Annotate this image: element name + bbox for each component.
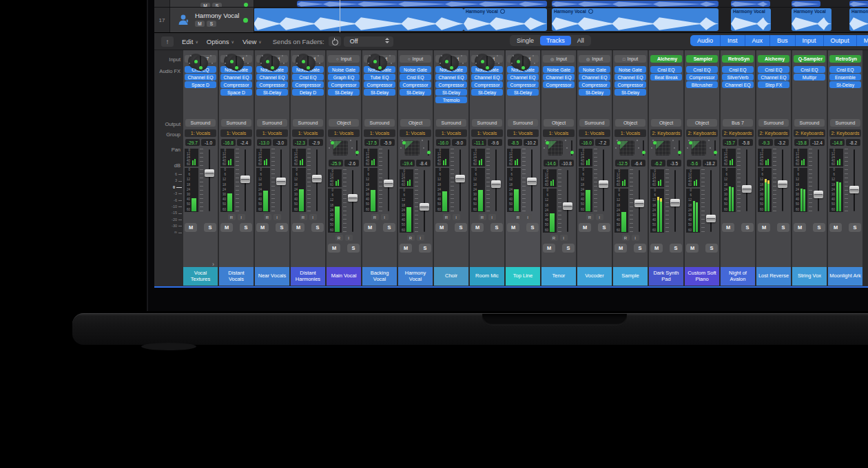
fader-db-value[interactable]: -2.9	[309, 139, 323, 146]
view-menu[interactable]: View∨	[242, 38, 262, 45]
fx-plugin-button[interactable]: Compressor	[220, 81, 252, 88]
input-slot-button[interactable]: ◎ Input	[543, 55, 575, 63]
peak-db-value[interactable]: -25.9	[329, 160, 343, 167]
group-button[interactable]: 1: Vocals	[471, 129, 503, 137]
fx-plugin-button[interactable]: Cnsl EQ	[686, 66, 718, 73]
pan-mini-slider[interactable]	[236, 56, 237, 71]
pan-mini-slider[interactable]	[356, 140, 358, 156]
strip-name[interactable]: Lost Reverse	[756, 267, 791, 286]
fx-plugin-button[interactable]: SilverVerb	[722, 74, 754, 81]
mute-button[interactable]: M	[364, 223, 376, 232]
fader-db-value[interactable]: -5.8	[738, 139, 753, 146]
solo-button[interactable]: S	[670, 244, 682, 253]
record-enable-button[interactable]: R	[550, 235, 558, 241]
fx-plugin-button[interactable]: St-Delay	[507, 89, 539, 96]
input-monitor-button[interactable]: I	[273, 214, 281, 220]
volume-fader[interactable]	[599, 149, 608, 212]
audio-region[interactable]: Harmony Vocal	[552, 8, 719, 31]
fader-cap[interactable]	[634, 200, 644, 207]
audio-region[interactable]	[731, 1, 770, 7]
mode-all[interactable]: All	[571, 36, 590, 45]
strip-name[interactable]: Main Vocal	[327, 267, 361, 286]
output-button[interactable]: Surround	[579, 119, 610, 127]
mode-tracks[interactable]: Tracks	[540, 36, 571, 45]
audio-region[interactable]	[792, 1, 820, 7]
fx-plugin-button[interactable]: Compressor	[364, 81, 395, 88]
input-slot-button[interactable]: RetroSyn	[722, 55, 754, 63]
fx-plugin-button[interactable]: Noise Gate	[328, 66, 360, 73]
peak-db-value[interactable]: -16.8	[221, 139, 236, 146]
mode-single[interactable]: Single	[510, 36, 540, 45]
peak-db-value[interactable]: -12.3	[293, 139, 307, 146]
group-button[interactable]: 2: Keyboards	[650, 129, 682, 137]
fx-plugin-button[interactable]: Noise Gate	[400, 66, 431, 73]
group-button[interactable]: 1: Vocals	[579, 129, 610, 137]
pan-mini-slider[interactable]	[643, 140, 644, 156]
group-button[interactable]: 2: Keyboards	[794, 129, 825, 137]
fx-plugin-button[interactable]: Channel EQ	[507, 74, 539, 81]
solo-button[interactable]: S	[777, 223, 789, 232]
filter-master-vca[interactable]: Master/VCA	[857, 35, 868, 46]
fx-plugin-button[interactable]: Compressor	[292, 81, 324, 88]
pan-mini-slider[interactable]	[714, 140, 716, 156]
fader-cap[interactable]	[527, 178, 537, 185]
playhead[interactable]	[340, 0, 340, 32]
peak-db-value[interactable]: -15.7	[723, 139, 737, 146]
mute-button[interactable]: M	[758, 223, 770, 232]
mute-button[interactable]: M	[435, 223, 448, 232]
output-button[interactable]: Surround	[293, 119, 323, 127]
pan-control[interactable]	[614, 138, 646, 158]
solo-button[interactable]: S	[741, 223, 754, 232]
group-button[interactable]: 2: Keyboards	[829, 129, 861, 137]
solo-button[interactable]: S	[311, 223, 324, 232]
record-enable-button[interactable]: R	[586, 214, 594, 220]
mute-button[interactable]: M	[195, 21, 205, 27]
strip-name[interactable]: Night of Avalon	[721, 267, 755, 286]
pan-control[interactable]	[439, 54, 454, 69]
solo-button[interactable]: S	[347, 244, 360, 253]
solo-button[interactable]: S	[207, 21, 216, 27]
solo-button[interactable]: S	[705, 244, 718, 253]
audio-region[interactable]: Harmony Vocal	[849, 8, 868, 31]
volume-fader[interactable]	[706, 169, 716, 233]
fx-plugin-button[interactable]: Tremolo	[435, 96, 467, 103]
pan-mini-slider[interactable]	[522, 56, 524, 71]
pan-knob[interactable]	[619, 140, 634, 156]
strip-name[interactable]: Near Vocals	[255, 267, 289, 286]
fader-db-value[interactable]: -3.5	[667, 160, 681, 167]
peak-db-value[interactable]: -9.3	[758, 139, 773, 146]
strip-name[interactable]: String Vox	[792, 267, 827, 286]
fx-plugin-button[interactable]: Channel EQ	[614, 74, 646, 81]
fx-plugin-button[interactable]: St-Delay	[328, 89, 360, 96]
volume-fader[interactable]	[348, 169, 358, 233]
input-slot-button[interactable]: ◎ Input	[579, 55, 610, 63]
output-button[interactable]: Surround	[830, 119, 860, 127]
fx-plugin-button[interactable]: Noise Gate	[614, 66, 646, 73]
peak-db-value[interactable]: -14.6	[544, 160, 558, 167]
volume-fader[interactable]	[384, 149, 393, 212]
pan-control[interactable]	[650, 138, 682, 158]
fx-plugin-button[interactable]: Compressor	[579, 81, 610, 88]
fx-plugin-button[interactable]: St-Delay	[256, 89, 288, 96]
strip-name[interactable]: Sample	[613, 267, 648, 286]
mute-button[interactable]: M	[507, 223, 519, 232]
pan-mini-slider[interactable]	[486, 56, 488, 71]
peak-db-value[interactable]: -13.0	[257, 139, 271, 146]
fx-plugin-button[interactable]: Channel EQ	[185, 74, 216, 81]
group-button[interactable]: 1: Vocals	[543, 129, 575, 137]
fader-cap[interactable]	[205, 169, 214, 177]
mute-button[interactable]: M	[200, 3, 210, 8]
fx-plugin-button[interactable]: Space D	[185, 81, 216, 88]
input-monitor-button[interactable]: I	[417, 235, 424, 241]
input-slot-button[interactable]: Q-Sampler	[794, 55, 825, 63]
mute-button[interactable]: M	[328, 244, 340, 253]
volume-fader[interactable]	[455, 149, 465, 212]
record-enable-button[interactable]: R	[300, 214, 307, 220]
fx-plugin-button[interactable]: Noise Gate	[579, 66, 610, 73]
fx-plugin-button[interactable]: St-Delay	[614, 89, 646, 96]
fader-cap[interactable]	[599, 180, 608, 188]
mute-button[interactable]: M	[614, 244, 627, 253]
power-icon[interactable]	[329, 36, 341, 46]
peak-db-value[interactable]: -16.0	[436, 139, 451, 146]
fx-plugin-button[interactable]: St-Delay	[435, 89, 467, 96]
